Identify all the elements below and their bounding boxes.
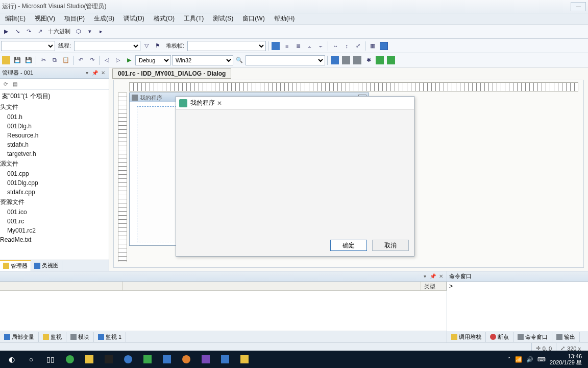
tab-callstack[interactable]: 调用堆栈 — [447, 332, 486, 342]
command-window-body[interactable]: > — [447, 282, 588, 331]
thread-combo[interactable] — [74, 41, 140, 51]
menu-format[interactable]: 格式(O) — [150, 13, 179, 24]
tree-group-resources[interactable]: 资源文件 — [0, 197, 109, 208]
tab-command[interactable]: 命令窗口 — [513, 332, 552, 342]
tray-chevron-icon[interactable]: ˄ — [508, 356, 511, 363]
tab-locals[interactable]: 局部变量 — [0, 332, 39, 342]
menu-window[interactable]: 窗口(W) — [238, 13, 268, 24]
menu-test[interactable]: 测试(S) — [209, 13, 237, 24]
tree-item[interactable]: stdafx.cpp — [0, 188, 109, 197]
step-into-button[interactable]: ↘ — [12, 27, 22, 37]
tree-item[interactable]: 001.h — [0, 112, 109, 122]
undo-icon[interactable]: ↶ — [76, 55, 86, 65]
cortana-icon[interactable]: ○ — [21, 352, 41, 367]
taskbar-app-k[interactable] — [118, 352, 138, 367]
menu-project[interactable]: 项目(P) — [60, 13, 89, 24]
find-icon[interactable]: 🔍 — [234, 55, 244, 65]
panel-dropdown-icon[interactable]: ▾ — [83, 70, 90, 77]
tree-item[interactable]: stdafx.h — [0, 140, 109, 149]
paste-icon[interactable]: 📋 — [61, 55, 71, 65]
taskbar-app-running[interactable] — [235, 352, 254, 367]
bl-close-icon[interactable]: ✕ — [437, 273, 445, 280]
tab-breakpoints[interactable]: 断点 — [486, 332, 513, 342]
taskbar-app-obs[interactable] — [177, 352, 196, 367]
taskbar-app-explorer[interactable] — [80, 352, 99, 367]
align-left-icon[interactable] — [271, 41, 281, 51]
align-bottom-icon[interactable]: ⫟ — [315, 41, 326, 51]
step-out-button[interactable]: ↗ — [35, 27, 45, 37]
taskbar-clock[interactable]: 13:46 2020/1/29 星 — [550, 353, 582, 365]
tree-group-sources[interactable]: 源文件 — [0, 158, 109, 169]
toolbar-options-1[interactable]: ▸ — [96, 27, 106, 37]
taskbar-app-wechat[interactable] — [138, 352, 157, 367]
tb-icon-2[interactable] — [341, 55, 351, 65]
continue-button[interactable]: ▶ — [1, 27, 11, 37]
cut-icon[interactable]: ✂ — [38, 55, 48, 65]
save-all-icon[interactable]: 💾 — [23, 55, 34, 65]
minimize-button[interactable]: — — [571, 2, 586, 11]
solution-root[interactable]: 案"001"(1 个项目) — [0, 91, 109, 102]
filter-icon[interactable]: ▽ — [141, 41, 152, 51]
stackframe-combo[interactable] — [187, 41, 266, 51]
ok-button[interactable]: 确定 — [330, 240, 367, 251]
runtime-dialog[interactable]: 我的程序 ✕ 确定 取消 — [176, 96, 414, 257]
platform-combo[interactable]: Win32 — [172, 55, 233, 65]
panel-close-icon[interactable]: ✕ — [100, 70, 107, 77]
tab-modules[interactable]: 模块 — [66, 332, 94, 342]
flag-icon[interactable]: ⚑ — [153, 41, 163, 51]
hex-toggle[interactable]: ⬡ — [74, 27, 84, 37]
tb-icon-1[interactable] — [330, 55, 340, 65]
taskbar-app-browser[interactable] — [60, 352, 80, 367]
menu-build[interactable]: 生成(B) — [90, 13, 118, 24]
tree-item-readme[interactable]: ReadMe.txt — [0, 235, 109, 244]
bl-dropdown-icon[interactable]: ▾ — [421, 273, 428, 280]
grid-icon[interactable]: ▦ — [368, 41, 378, 51]
toolbar-dropdown-1[interactable]: ▾ — [85, 27, 95, 37]
tb-icon-5[interactable] — [375, 55, 385, 65]
menu-help[interactable]: 帮助(H) — [270, 13, 299, 24]
open-icon[interactable] — [1, 55, 11, 65]
align-right-icon[interactable]: ≣ — [293, 41, 303, 51]
properties-icon[interactable]: ▤ — [10, 80, 19, 89]
nav-fwd-icon[interactable]: ▷ — [113, 55, 123, 65]
find-combo[interactable] — [246, 55, 325, 65]
tree-item[interactable]: 001.cpp — [0, 169, 109, 178]
cancel-button[interactable]: 取消 — [372, 240, 409, 251]
taskbar-app-terminal[interactable] — [99, 352, 118, 367]
copy-icon[interactable]: ⧉ — [50, 55, 60, 65]
step-over-button[interactable]: ↷ — [23, 27, 34, 37]
menu-debug[interactable]: 调试(D) — [119, 13, 149, 24]
tb-icon-6[interactable] — [386, 55, 396, 65]
align-top-icon[interactable]: ⫠ — [304, 41, 314, 51]
tab-output[interactable]: 输出 — [552, 332, 580, 342]
tree-item[interactable]: My001.rc2 — [0, 226, 109, 235]
start-debug-icon[interactable]: ▶ — [124, 55, 134, 65]
runtime-dialog-close-button[interactable]: ✕ — [215, 99, 224, 108]
tree-item[interactable]: 001.ico — [0, 208, 109, 217]
tab-watch[interactable]: 监视 — [39, 332, 66, 342]
tree-item[interactable]: 001Dlg.h — [0, 122, 109, 131]
config-combo[interactable]: Debug — [135, 55, 171, 65]
start-button[interactable]: ◐ — [2, 352, 21, 367]
system-tray[interactable]: ˄ 📶 🔊 ⌨ 13:46 2020/1/29 星 — [504, 353, 586, 365]
runtime-dialog-titlebar[interactable]: 我的程序 ✕ — [176, 97, 414, 110]
sidebar-tab-solution[interactable]: 管理器 — [0, 260, 31, 271]
size-both-icon[interactable]: ⤢ — [353, 41, 363, 51]
task-view-icon[interactable]: ▯▯ — [41, 352, 60, 367]
guides-icon[interactable] — [379, 41, 389, 51]
bl-pin-icon[interactable]: 📌 — [429, 273, 436, 280]
nav-back-icon[interactable]: ◁ — [102, 55, 112, 65]
tree-item[interactable]: targetver.h — [0, 149, 109, 158]
tray-volume-icon[interactable]: 🔊 — [526, 356, 533, 363]
save-icon[interactable]: 💾 — [12, 55, 22, 65]
panel-pin-icon[interactable]: 📌 — [91, 70, 99, 77]
align-center-icon[interactable]: ≡ — [282, 41, 292, 51]
solution-tree[interactable]: 案"001"(1 个项目) 头文件 001.h 001Dlg.h Resourc… — [0, 90, 109, 260]
menu-view[interactable]: 视图(V) — [31, 13, 59, 24]
sidebar-tab-classview[interactable]: 类视图 — [31, 261, 62, 270]
tree-item[interactable]: 001Dlg.cpp — [0, 178, 109, 188]
menu-edit[interactable]: 编辑(E) — [1, 13, 30, 24]
tree-item[interactable]: 001.rc — [0, 217, 109, 226]
taskbar-app-5[interactable] — [215, 352, 235, 367]
redo-icon[interactable]: ↷ — [87, 55, 97, 65]
